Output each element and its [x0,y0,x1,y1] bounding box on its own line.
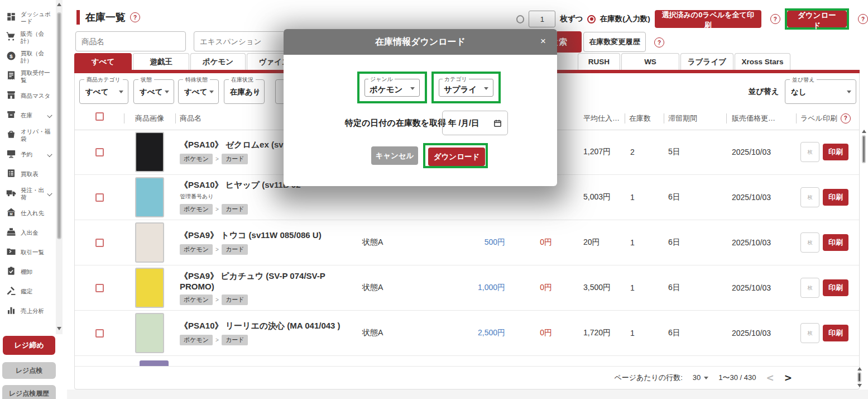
download-button[interactable]: ダウンロード [787,11,847,27]
sidebar-item-9[interactable]: 買取表 [0,164,56,184]
footer-scrollbar-thumb[interactable] [857,372,861,382]
stock-change-history-button[interactable]: 在庫数変更履歴 [583,32,646,52]
label-qty-input[interactable] [800,278,819,298]
sidebar-item-label: 買取表 [21,170,52,177]
row-stock: 1 [625,283,664,292]
sidebar-item-7[interactable]: オリパ・福袋 [0,125,56,145]
modal-download-button[interactable]: ダウンロード [428,148,485,166]
row-checkbox[interactable] [95,193,104,202]
genre-select[interactable]: ジャンル ポケモン [365,79,420,97]
print-all-button[interactable]: 選択済みの0ラベルを全て印刷 [655,10,761,28]
sidebar-item-11[interactable]: M仕入れ先 [0,203,56,223]
print-button[interactable]: 印刷 [823,279,848,296]
help-icon[interactable]: ? [130,12,140,22]
sidebar-item-2[interactable]: 販売（会計） [0,27,56,47]
tab-2-right[interactable]: WS [621,53,679,70]
scroll-up-icon[interactable] [57,3,61,6]
register-close-button[interactable]: レジ締め [3,336,55,355]
label-qty-input[interactable] [800,323,819,343]
per-sheet-radio[interactable] [516,15,524,23]
sidebar-item-3[interactable]: $買取（会計） [0,47,56,66]
product-name-input[interactable] [75,31,186,51]
print-button[interactable]: 印刷 [823,189,848,206]
filter-select-2[interactable]: 状態すべて [133,79,174,104]
help-icon[interactable]: ? [654,37,664,48]
help-icon[interactable]: ? [770,14,780,24]
table-scrollbar[interactable] [861,130,867,169]
help-icon[interactable]: ? [841,113,851,124]
print-button[interactable]: 印刷 [823,234,848,251]
row-dwell: 6日 [664,238,726,248]
label-qty-input[interactable] [800,187,819,207]
sidebar-item-1[interactable]: ダッシュボード [0,8,56,27]
filter-select-3[interactable]: 特殊状態すべて [178,79,219,104]
scroll-up-icon[interactable] [862,130,866,133]
dashboard-icon [0,12,16,23]
table-footer: ページあたりの行数: 30 1〜30 / 430 < > [75,366,859,389]
date-picker-input[interactable]: 年 /月/日 [442,111,508,135]
stock-count-radio[interactable] [587,15,595,23]
print-button[interactable]: 印刷 [823,144,848,160]
row-checkbox[interactable] [95,148,104,156]
category-select[interactable]: カテゴリ サプライ [439,79,493,97]
prev-page-button[interactable]: < [766,372,774,383]
sidebar-item-4[interactable]: 買取受付一覧 [0,66,56,86]
filter-select-value: すべて [140,87,162,97]
sidebar-item-13[interactable]: 取引一覧 [0,243,56,262]
chevron-down-icon [410,87,415,90]
row-checkbox-cell [75,329,124,338]
register-check-button[interactable]: レジ点検 [2,362,56,379]
sidebar-item-label: 商品マスタ [21,92,52,99]
select-all-checkbox[interactable] [95,112,104,121]
scroll-down-icon[interactable] [857,384,862,387]
sidebar-item-10[interactable]: 発注・出荷 [0,184,56,203]
folder-icon [0,246,16,258]
filter-select-4[interactable]: 在庫状況在庫あり [224,79,265,104]
row-stock: 1 [625,193,664,202]
sidebar-item-label: 在庫 [21,112,47,118]
scroll-down-icon[interactable] [57,327,61,330]
row-checkbox[interactable] [95,239,104,247]
chevron-down-icon [47,113,52,118]
filter-select-1[interactable]: 商品カテゴリすべて [79,79,128,104]
register-check-history-button[interactable]: レジ点検履歴 [2,385,56,399]
row-avg-cost: 3,500円 [555,283,625,293]
label-qty-input[interactable] [800,142,819,162]
help-icon[interactable]: ? [858,14,868,24]
row-stock: 2 [625,148,664,156]
row-stock: 1 [625,238,664,247]
sidebar-item-14[interactable]: 棚卸 [0,262,56,282]
tab-3-left[interactable]: ポケモン [190,53,246,70]
chart-icon [0,305,16,317]
chevron-down-icon [47,152,52,157]
tab-2-left[interactable]: 遊戯王 [133,53,189,70]
row-checkbox[interactable] [95,284,104,292]
tab-3-right[interactable]: ラブライブ [680,53,733,70]
sidebar-scrollbar-thumb[interactable] [57,12,61,239]
tab-4-right[interactable]: Xross Stars [735,53,790,70]
footer-scrollbar[interactable] [856,367,862,390]
sidebar-scrollbar[interactable] [56,0,63,334]
row-checkbox-cell [75,148,124,156]
scroll-up-icon[interactable] [857,367,862,370]
print-button[interactable]: 印刷 [823,325,848,341]
sidebar-item-15[interactable]: 鑑定 [0,282,56,301]
sidebar-item-8[interactable]: 予約 [0,145,56,164]
close-icon[interactable]: × [540,36,546,46]
table-scrollbar-thumb[interactable] [862,135,866,163]
sidebar-item-5[interactable]: 商品マスタ [0,86,56,106]
tab-1-right[interactable]: RUSH [578,53,620,70]
chevron-down-icon [47,191,52,196]
per-sheet-input[interactable] [529,11,555,27]
row-checkbox[interactable] [95,329,104,338]
row-name-cell: 《PSA10》 リーリエの決心 (MA 041/043 )ポケモン>カード [175,321,359,345]
sidebar-item-6[interactable]: 在庫 [0,106,56,125]
sidebar-item-16[interactable]: 売上分析 [0,301,56,321]
next-page-button[interactable]: > [784,372,792,383]
tab-1-left[interactable]: すべて [74,53,132,70]
cancel-button[interactable]: キャンセル [371,146,418,165]
sort-select[interactable]: 並び替え なし [785,79,856,104]
sidebar-item-12[interactable]: 入出金 [0,223,56,243]
rows-per-page-select[interactable]: 30 [693,373,708,382]
label-qty-input[interactable] [800,232,819,253]
